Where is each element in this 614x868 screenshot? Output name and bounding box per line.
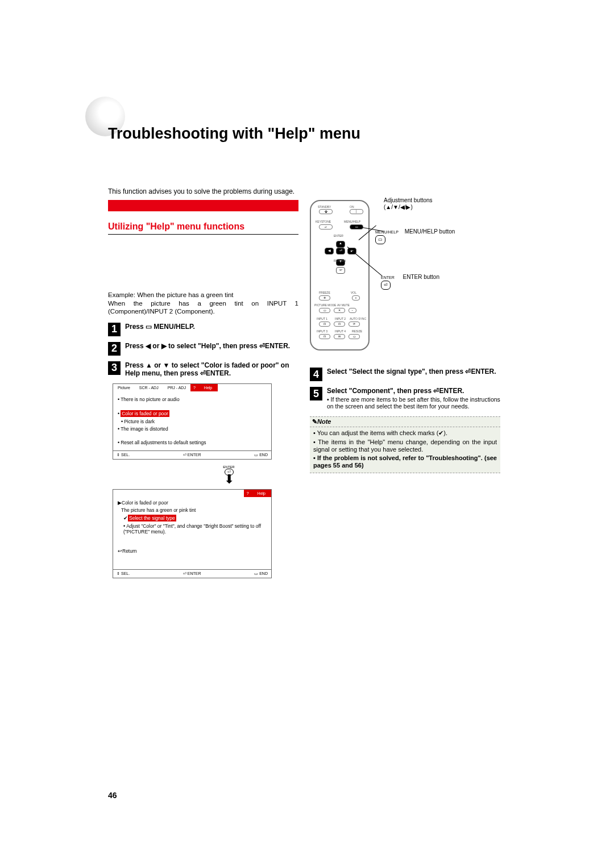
callout-label: Adjustment buttons <box>384 197 433 203</box>
note-bullet: The items in the "Help" menu change, dep… <box>313 439 497 453</box>
osd-sel: SEL. <box>121 571 130 575</box>
page-number: 46 <box>108 791 117 800</box>
osd-tab: SCR - ADJ <box>135 384 163 391</box>
step-number: 4 <box>310 368 322 381</box>
intro-text: This function advises you to solve the p… <box>108 187 506 195</box>
menuhelp-icon: ▭ <box>375 235 385 244</box>
osd-tab: Picture <box>113 384 135 391</box>
step-4: 4 Select "Select the signal type", then … <box>310 368 500 381</box>
pencil-icon: ✎ <box>312 418 317 425</box>
section-title: Utilizing "Help" menu functions <box>108 222 298 235</box>
remote-label: AUTO SYNC <box>350 317 366 320</box>
remote-label: KEYSTONE <box>316 220 331 223</box>
steps-right: 4 Select "Select the signal type", then … <box>310 368 500 410</box>
osd-menu-2: ? Help ▶ Color is faded or poor The pict… <box>113 489 272 578</box>
example-label: Example: When the picture has a green ti… <box>108 291 298 298</box>
osd-item: The image is distorted <box>121 426 168 432</box>
callout-adjustment: Adjustment buttons (▲/▼/◀/▶) <box>384 197 433 211</box>
osd-end: END <box>259 571 268 575</box>
enter-arrow-icon: ENTER ⏎ ⬇ <box>159 465 298 483</box>
callout-symbols: (▲/▼/◀/▶) <box>384 204 413 210</box>
osd-tab-help: Help <box>252 490 271 497</box>
step-number: 1 <box>108 323 121 336</box>
osd-tab-help: Help <box>198 384 218 391</box>
note-box: ✎Note • You can adjust the items with ch… <box>310 416 500 473</box>
osd-item: Adjust "Color" or "Tint", and change "Br… <box>123 523 261 535</box>
remote-label: PICTURE MODE <box>314 303 336 307</box>
step-text: Press ◀ or ▶ to select "Help", then pres… <box>125 342 290 350</box>
step-text: Press ▲ or ▼ to select "Color is faded o… <box>125 361 298 378</box>
step-5: 5 Select "Component", then press ⏎ENTER.… <box>310 387 500 410</box>
osd-end: END <box>259 453 268 457</box>
callout-menuhelp: MENU/HELP MENU/HELP button ▭ <box>375 228 455 244</box>
red-accent-bar <box>108 200 298 211</box>
right-column: STANDBY ON ⏻│ KEYSTONE MENU/HELP ▱▭ ENTE… <box>310 200 500 584</box>
page-title: Troubleshooting with "Help" menu <box>108 125 360 143</box>
osd-sel: SEL. <box>121 453 130 457</box>
osd-enter: ENTER <box>188 453 201 457</box>
step-text: Press ▭ MENU/HELP. <box>125 323 195 331</box>
remote-label: INPUT 2 <box>335 317 346 320</box>
remote-label: RESIZE <box>352 329 362 333</box>
osd-tab-help-icon: ? <box>190 384 198 391</box>
step-number: 2 <box>108 342 121 356</box>
osd-item: The picture has a green or pink tint <box>121 507 196 513</box>
osd-return: Return <box>122 548 137 554</box>
dpad: ▲ ◀⏎▶ RETURN ▼ ↩ <box>321 241 360 274</box>
step-3: 3 Press ▲ or ▼ to select "Color is faded… <box>108 361 298 378</box>
osd-item-highlighted: Color is faded or poor <box>121 410 169 417</box>
osd-item: There is no picture or audio <box>121 397 179 402</box>
remote-label: STANDBY <box>318 205 331 208</box>
callout-small-label: ENTER <box>381 276 395 279</box>
step-number: 5 <box>310 387 322 400</box>
remote-label: INPUT 4 <box>335 329 346 333</box>
step-2: 2 Press ◀ or ▶ to select "Help", then pr… <box>108 342 298 356</box>
remote-label: INPUT 3 <box>317 329 327 333</box>
remote-label: ENTER <box>334 234 343 237</box>
step-subtext: If there are more items to be set after … <box>327 396 500 410</box>
remote-label: RETURN <box>334 259 346 262</box>
note-bullet: You can adjust the items with check mark… <box>317 429 447 436</box>
osd-enter: ENTER <box>188 571 201 575</box>
osd-footer: ⇕ SEL. ⏎ ENTER ▭ END <box>113 569 271 578</box>
callout-enter: ENTER ENTER button ⏎ <box>381 274 439 290</box>
osd-tab-help-icon: ? <box>244 490 252 497</box>
osd-item-highlighted: Select the signal type <box>128 515 176 521</box>
osd-tab: PRJ - ADJ <box>163 384 190 391</box>
osd-item: Reset all adjustments to default setting… <box>121 440 206 445</box>
remote-diagram: STANDBY ON ⏻│ KEYSTONE MENU/HELP ▱▭ ENTE… <box>310 200 500 359</box>
note-bullet-bold: If the problem is not solved, refer to "… <box>313 454 497 469</box>
remote-body: STANDBY ON ⏻│ KEYSTONE MENU/HELP ▱▭ ENTE… <box>310 200 370 350</box>
remote-label: INPUT 1 <box>317 317 327 320</box>
remote-label: AV MUTE <box>337 303 350 307</box>
osd-item: Picture is dark <box>124 419 155 424</box>
step-text: Select "Select the signal type", then pr… <box>327 368 496 375</box>
note-title: Note <box>317 418 331 425</box>
title-block: Troubleshooting with "Help" menu <box>108 114 506 148</box>
example-body: When the picture has a green tint on INP… <box>108 299 298 316</box>
remote-label: VOL <box>351 291 356 294</box>
callout-label: ENTER button <box>403 274 439 280</box>
osd-footer: ⇕ SEL. ⏎ ENTER ▭ END <box>113 450 271 459</box>
remote-label: MENU/HELP <box>344 220 360 223</box>
steps-left: 1 Press ▭ MENU/HELP. 2 Press ◀ or ▶ to s… <box>108 323 298 378</box>
step-1: 1 Press ▭ MENU/HELP. <box>108 323 298 336</box>
left-column: Utilizing "Help" menu functions Example:… <box>108 200 298 584</box>
step-text: Select "Component", then press ⏎ENTER. <box>327 387 500 395</box>
osd-title: Color is faded or poor <box>122 500 168 506</box>
callout-label: MENU/HELP button <box>405 228 455 235</box>
step-number: 3 <box>108 361 121 375</box>
remote-label: FREEZE <box>319 291 330 294</box>
osd-tabs: Picture SCR - ADJ PRJ - ADJ ? Help <box>113 384 271 391</box>
osd-tabs: ? Help <box>113 490 271 497</box>
enter-icon: ⏎ <box>381 281 391 290</box>
remote-label: ON <box>350 205 354 208</box>
osd-menu-1: Picture SCR - ADJ PRJ - ADJ ? Help •Ther… <box>113 383 272 460</box>
